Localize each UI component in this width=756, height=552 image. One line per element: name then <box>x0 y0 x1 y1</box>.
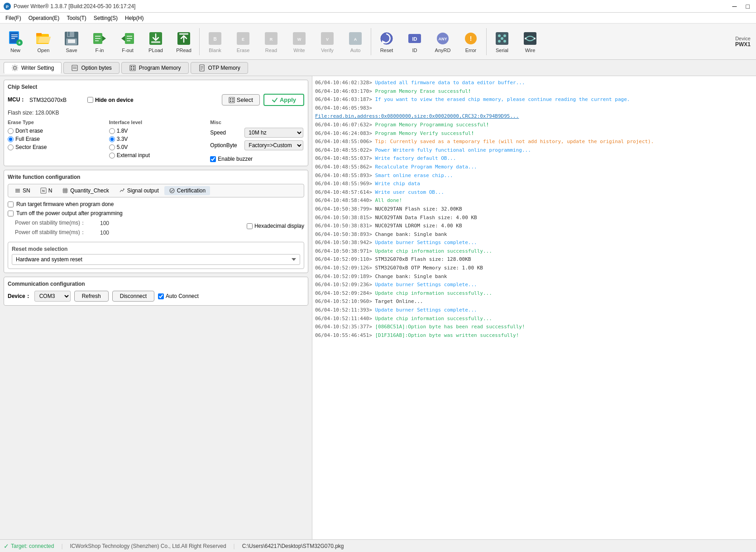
erase-dont-erase[interactable]: Don't erase <box>8 128 102 134</box>
tab-writer-setting[interactable]: Writer Setting <box>4 62 62 74</box>
wf-tab-certification[interactable]: Certification <box>164 186 210 195</box>
log-entry-11: 06/04-10:48:55:862> Recalculate Program … <box>315 163 753 171</box>
erase-full-erase-radio[interactable] <box>8 136 14 142</box>
interface-external[interactable]: External input <box>109 152 203 158</box>
erase-sector-erase-radio[interactable] <box>8 144 14 150</box>
reset-mode-select[interactable]: Hardware and system reset Software reset… <box>12 254 300 265</box>
toolbar-reset-button[interactable]: Reset <box>373 26 400 58</box>
hex-display-checkbox[interactable] <box>247 223 253 229</box>
speed-label: Speed <box>210 130 242 136</box>
erase-sector-erase[interactable]: Sector Erase <box>8 144 102 150</box>
menu-file[interactable]: File(F) <box>2 14 25 22</box>
toolbar-anyrd-button[interactable]: ANY AnyRD <box>429 26 456 58</box>
interface-5v-radio[interactable] <box>109 144 115 150</box>
minimize-button[interactable]: ─ <box>730 2 740 11</box>
toolbar-auto-button[interactable]: A Auto <box>342 26 369 58</box>
turn-off-power-label: Turn off the power output after programm… <box>16 210 123 216</box>
toolbar-read-button[interactable]: R Read <box>258 26 285 58</box>
interface-3v3[interactable]: 3.3V <box>109 136 203 142</box>
power-on-stability-row: Power on stability time(ms)： 100 <box>8 219 109 227</box>
hide-device-checkbox[interactable] <box>87 97 93 103</box>
select-button[interactable]: Select <box>222 94 260 106</box>
hide-device-label[interactable]: Hide on device <box>95 97 134 103</box>
interface-1v8-radio[interactable] <box>109 128 115 134</box>
interface-3v3-radio[interactable] <box>109 136 115 142</box>
run-firmware-row[interactable]: Run target firmware when program done <box>8 201 304 207</box>
toolbar-wire-label: Wire <box>525 48 536 53</box>
toolbar-serial-button[interactable]: Serial <box>488 26 516 58</box>
menu-operation[interactable]: Operation(E) <box>25 14 63 22</box>
interface-1v8[interactable]: 1.8V <box>109 128 203 134</box>
auto-connect-checkbox[interactable] <box>158 293 164 299</box>
toolbar-id-button[interactable]: ID ID <box>401 26 428 58</box>
comm-device-select[interactable]: COM3 COM1 COM2 <box>34 291 71 302</box>
interface-external-radio[interactable] <box>109 153 115 158</box>
log-entry-3: 06/04-10:46:03:187> If you want to view … <box>315 96 753 104</box>
toolbar-save-button[interactable]: Save <box>58 26 85 58</box>
toolbar-error-button[interactable]: ! Error <box>457 26 484 58</box>
wf-tab-sn-label: SN <box>23 187 30 194</box>
turn-off-power-checkbox[interactable] <box>8 211 14 216</box>
toolbar-erase-label: Erase <box>237 48 250 53</box>
toolbar-write-button[interactable]: W Write <box>286 26 313 58</box>
toolbar-fout-button[interactable]: F-out <box>114 26 141 58</box>
erase-full-erase[interactable]: Full Erase <box>8 136 102 142</box>
toolbar-sep-1 <box>199 28 200 55</box>
toolbar-fin-button[interactable]: F-in <box>86 26 113 58</box>
check-icon: ✓ <box>4 542 9 550</box>
hex-display-row[interactable]: Hexadecimal display <box>247 223 304 229</box>
toolbar-pread-button[interactable]: PRead <box>170 26 197 58</box>
wf-tab-sn[interactable]: SN <box>10 186 35 195</box>
speed-select[interactable]: 10M hz 1M hz 5M hz 20M hz <box>244 128 303 138</box>
toolbar-open-button[interactable]: Open <box>30 26 57 58</box>
log-entry-27: 06/04-10:52:10:960> Target Online... <box>315 298 753 306</box>
log-entry-23: 06/04-10:52:09:126> STM32G070xB OTP Memo… <box>315 264 753 272</box>
wf-tab-quantity-label: Quantity_Check <box>70 187 109 194</box>
wire-icon <box>522 30 538 47</box>
signal-output-icon <box>119 187 125 194</box>
select-btn-label: Select <box>237 96 253 103</box>
error-icon: ! <box>463 30 479 47</box>
svg-point-86 <box>170 188 174 193</box>
svg-point-56 <box>534 38 536 39</box>
new-icon: + <box>7 30 24 47</box>
menu-tools[interactable]: Tools(T) <box>63 14 90 22</box>
auto-connect-label: Auto Connect <box>166 293 199 299</box>
wf-tab-quantity[interactable]: Quantity_Check <box>57 186 113 195</box>
enable-buzzer-checkbox[interactable] <box>210 156 216 162</box>
optionbyte-select[interactable]: Factory=>Custom Custom=>Factory Keep <box>244 140 303 150</box>
menu-setting[interactable]: Setting(S) <box>90 14 121 22</box>
svg-text:P: P <box>6 5 9 9</box>
run-firmware-checkbox[interactable] <box>8 202 14 207</box>
turn-off-power-row[interactable]: Turn off the power output after programm… <box>8 210 304 216</box>
refresh-button[interactable]: Refresh <box>74 291 109 302</box>
tab-program-memory[interactable]: Program Memory <box>121 62 189 74</box>
svg-rect-71 <box>230 98 231 100</box>
communication-section: Communication configuration Device： COM3… <box>4 277 308 306</box>
interface-5v[interactable]: 5.0V <box>109 144 203 150</box>
auto-connect-row[interactable]: Auto Connect <box>158 293 199 299</box>
toolbar-blank-button[interactable]: B Blank <box>201 26 229 58</box>
maximize-button[interactable]: □ <box>743 2 752 11</box>
enable-buzzer-row[interactable]: Enable buzzer <box>210 156 304 162</box>
menu-help[interactable]: Help(H) <box>121 14 147 22</box>
toolbar-wire-button[interactable]: Wire <box>517 26 544 58</box>
toolbar-erase-button[interactable]: E Erase <box>230 26 257 58</box>
fout-icon <box>120 30 136 47</box>
tab-otp-memory[interactable]: OTP Memory <box>191 62 248 74</box>
erase-dont-erase-radio[interactable] <box>8 128 14 134</box>
toolbar-pload-button[interactable]: PLoad <box>142 26 169 58</box>
hex-display-label: Hexadecimal display <box>254 223 304 229</box>
apply-button[interactable]: Apply <box>263 94 304 106</box>
tab-option-bytes[interactable]: Option bytes <box>63 62 119 74</box>
title-bar: P Power Writer® 1.3.8.7 [Build:2024-05-3… <box>0 0 756 13</box>
wf-tab-signal[interactable]: Signal output <box>115 186 163 195</box>
toolbar-new-button[interactable]: + New <box>2 26 29 58</box>
device-info: Device PWX1 <box>732 35 754 48</box>
log-entry-22: 06/04-10:52:09:110> STM32G070xB Flash si… <box>315 255 753 264</box>
toolbar-verify-button[interactable]: V Verify <box>314 26 341 58</box>
svg-text:B: B <box>213 37 216 42</box>
chip-select-title: Chip Select <box>8 84 304 90</box>
disconnect-button[interactable]: Disconnect <box>112 291 154 302</box>
wf-tab-n[interactable]: N N <box>36 186 57 195</box>
